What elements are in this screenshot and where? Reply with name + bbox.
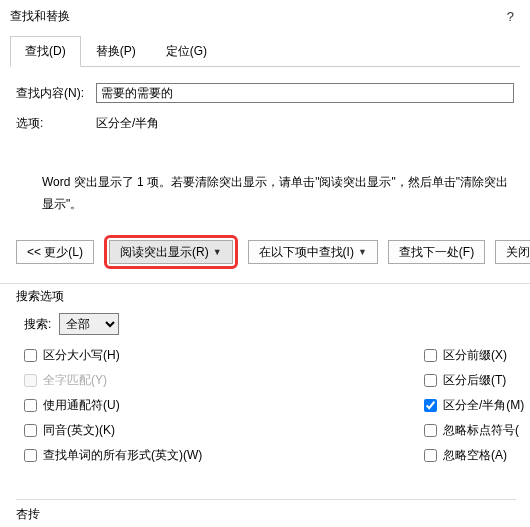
- find-in-label: 在以下项中查找(I): [259, 244, 354, 261]
- search-direction-label: 搜索:: [24, 316, 51, 333]
- status-message: Word 突出显示了 1 项。若要清除突出显示，请单击"阅读突出显示"，然后单击…: [42, 172, 508, 215]
- check-full-half-width[interactable]: 区分全/半角(M): [424, 397, 524, 414]
- search-options-header: 搜索选项: [0, 283, 530, 313]
- find-label: 查找内容(N):: [16, 85, 96, 102]
- check-full-half-width-label: 区分全/半角(M): [443, 397, 524, 414]
- check-prefix-box[interactable]: [424, 349, 437, 362]
- check-match-case[interactable]: 区分大小写(H): [24, 347, 424, 364]
- check-sounds-like-box[interactable]: [24, 424, 37, 437]
- check-ignore-space[interactable]: 忽略空格(A): [424, 447, 524, 464]
- check-whole-word-box: [24, 374, 37, 387]
- tab-find[interactable]: 查找(D): [10, 36, 81, 67]
- options-label: 选项:: [16, 115, 96, 132]
- less-button[interactable]: << 更少(L): [16, 240, 94, 264]
- check-full-half-width-box[interactable]: [424, 399, 437, 412]
- check-word-forms[interactable]: 查找单词的所有形式(英文)(W): [24, 447, 424, 464]
- options-value: 区分全/半角: [96, 115, 514, 132]
- tab-bar: 查找(D) 替换(P) 定位(G): [10, 31, 520, 67]
- check-prefix-label: 区分前缀(X): [443, 347, 507, 364]
- check-sounds-like-label: 同音(英文)(K): [43, 422, 115, 439]
- find-next-button[interactable]: 查找下一处(F): [388, 240, 485, 264]
- close-button[interactable]: 关闭: [495, 240, 530, 264]
- check-wildcards-label: 使用通配符(U): [43, 397, 120, 414]
- bottom-section-header: 杏抟: [16, 499, 516, 523]
- check-whole-word: 全字匹配(Y): [24, 372, 424, 389]
- check-ignore-space-box[interactable]: [424, 449, 437, 462]
- find-in-button[interactable]: 在以下项中查找(I) ▼: [248, 240, 378, 264]
- check-wildcards-box[interactable]: [24, 399, 37, 412]
- check-ignore-punct-label: 忽略标点符号(: [443, 422, 519, 439]
- check-suffix[interactable]: 区分后缀(T): [424, 372, 524, 389]
- check-ignore-space-label: 忽略空格(A): [443, 447, 507, 464]
- check-word-forms-label: 查找单词的所有形式(英文)(W): [43, 447, 202, 464]
- help-button[interactable]: ?: [507, 9, 520, 24]
- check-whole-word-label: 全字匹配(Y): [43, 372, 107, 389]
- check-prefix[interactable]: 区分前缀(X): [424, 347, 524, 364]
- check-ignore-punct-box[interactable]: [424, 424, 437, 437]
- check-suffix-box[interactable]: [424, 374, 437, 387]
- check-wildcards[interactable]: 使用通配符(U): [24, 397, 424, 414]
- check-sounds-like[interactable]: 同音(英文)(K): [24, 422, 424, 439]
- search-direction-select[interactable]: 全部: [59, 313, 119, 335]
- find-input[interactable]: [96, 83, 514, 103]
- check-ignore-punct[interactable]: 忽略标点符号(: [424, 422, 524, 439]
- tab-replace[interactable]: 替换(P): [81, 36, 151, 67]
- check-word-forms-box[interactable]: [24, 449, 37, 462]
- tab-goto[interactable]: 定位(G): [151, 36, 222, 67]
- check-suffix-label: 区分后缀(T): [443, 372, 506, 389]
- chevron-down-icon: ▼: [213, 247, 222, 257]
- reading-highlight-button[interactable]: 阅读突出显示(R) ▼: [109, 240, 233, 264]
- check-match-case-label: 区分大小写(H): [43, 347, 120, 364]
- highlight-callout: 阅读突出显示(R) ▼: [104, 235, 238, 269]
- dialog-title: 查找和替换: [10, 8, 70, 25]
- chevron-down-icon: ▼: [358, 247, 367, 257]
- check-match-case-box[interactable]: [24, 349, 37, 362]
- reading-highlight-label: 阅读突出显示(R): [120, 244, 209, 261]
